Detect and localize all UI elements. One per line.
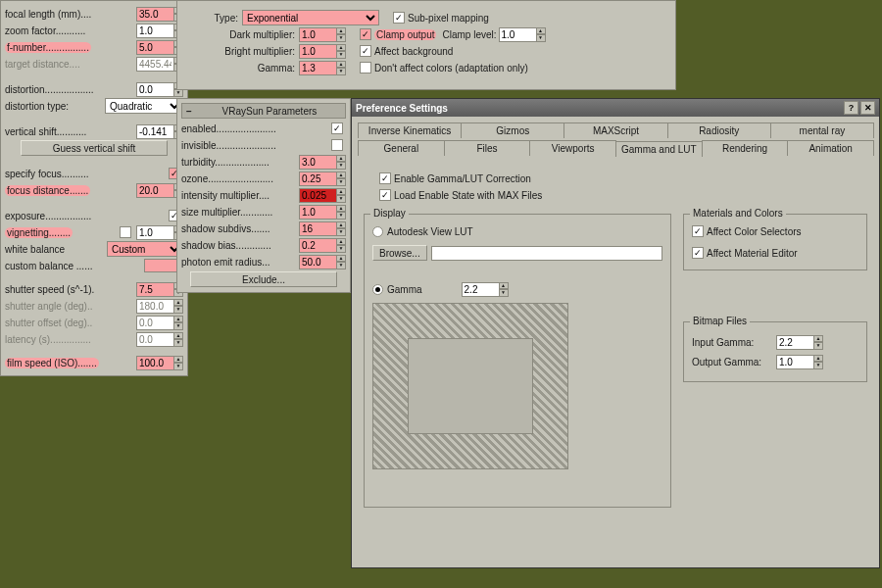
bitmap-legend: Bitmap Files — [690, 316, 750, 326]
lbl-subpixel: Sub-pixel mapping — [408, 13, 489, 24]
tab-general[interactable]: General — [358, 140, 445, 156]
lbl-bright-mult: Bright multiplier: — [187, 46, 295, 57]
lbl-vshift: vertical shift........... — [5, 126, 136, 137]
lbl-wb: white balance — [5, 244, 107, 255]
distortion-type-select[interactable]: Quadratic — [105, 98, 183, 114]
lbl-photon-radius: photon emit radius... — [181, 257, 299, 268]
bright-mult-field[interactable]: ▲▼ — [299, 44, 346, 59]
exclude-button[interactable]: Exclude... — [190, 271, 337, 287]
lbl-shadow-subdivs: shadow subdivs....... — [181, 223, 299, 234]
shutter-offset-field: ▲▼ — [136, 316, 183, 330]
color-map-type-select[interactable]: Exponential — [242, 10, 379, 25]
ozone-field[interactable]: ▲▼ — [299, 172, 346, 186]
lbl-dark-mult: Dark multiplier: — [187, 29, 295, 40]
lbl-affect-color-sel: Affect Color Selectors — [707, 226, 802, 237]
browse-button[interactable]: Browse... — [372, 245, 427, 261]
lbl-clamp-level: Clamp level: — [442, 29, 496, 40]
gamma-field[interactable]: ▲▼ — [299, 61, 346, 75]
output-gamma-field[interactable]: ▲▼ — [776, 355, 823, 369]
materials-legend: Materials and Colors — [690, 208, 786, 219]
tab-viewports[interactable]: Viewports — [529, 140, 616, 156]
gamma-preview — [372, 303, 568, 469]
display-gamma-field[interactable]: ▲▼ — [462, 282, 509, 297]
tab-files[interactable]: Files — [444, 140, 531, 156]
latency-field: ▲▼ — [136, 332, 183, 347]
lbl-sun-enabled: enabled...................... — [181, 123, 331, 134]
enable-gamma-check[interactable] — [379, 172, 391, 184]
tab-ik[interactable]: Inverse Kinematics — [358, 122, 462, 138]
lbl-cm-type: Type: — [187, 13, 238, 24]
turbidity-field[interactable]: ▲▼ — [299, 155, 346, 170]
close-icon[interactable]: ✕ — [860, 101, 875, 115]
lbl-display-gamma: Gamma — [387, 284, 422, 295]
sun-rollout-header[interactable]: −VRaySun Parameters — [181, 103, 346, 119]
clamp-level-field[interactable]: ▲▼ — [499, 27, 546, 42]
sun-enabled-check[interactable] — [331, 122, 343, 134]
lbl-sun-invisible: invisible...................... — [181, 140, 331, 151]
lbl-fnum: f-number................ — [5, 42, 136, 53]
lbl-shutter-offset: shutter offset (deg).. — [5, 318, 136, 328]
gamma-radio[interactable] — [372, 284, 383, 295]
tab-gizmos[interactable]: Gizmos — [461, 122, 564, 138]
affect-bg-check[interactable] — [360, 45, 371, 57]
pref-title: Preference Settings — [356, 103, 448, 114]
input-gamma-field[interactable]: ▲▼ — [776, 335, 823, 350]
dark-mult-field[interactable]: ▲▼ — [299, 27, 346, 42]
vignetting-check[interactable] — [120, 226, 131, 238]
film-speed-field[interactable]: ▲▼ — [136, 356, 183, 370]
lbl-vignetting: vignetting........ — [5, 227, 120, 238]
lbl-iso: film speed (ISO)....... — [5, 358, 136, 368]
white-balance-select[interactable]: Custom — [107, 241, 183, 257]
shadow-subdivs-field[interactable]: ▲▼ — [299, 221, 346, 236]
lbl-shadow-bias: shadow bias............. — [181, 240, 299, 251]
lbl-dist-type: distortion type: — [5, 101, 105, 112]
lbl-distortion: distortion.................. — [5, 84, 136, 95]
sun-title: VRaySun Parameters — [198, 106, 341, 117]
lbl-affect-bg: Affect background — [374, 46, 453, 57]
lbl-output-gamma: Output Gamma: — [692, 357, 776, 368]
lbl-size-mult: size multiplier............ — [181, 207, 299, 218]
sun-invisible-check[interactable] — [331, 139, 343, 151]
tab-maxscript[interactable]: MAXScript — [564, 122, 667, 138]
help-icon[interactable]: ? — [844, 101, 858, 115]
clamp-check[interactable] — [360, 28, 371, 40]
lbl-latency: latency (s)............... — [5, 334, 136, 345]
tab-radiosity[interactable]: Radiosity — [667, 122, 771, 138]
load-state-check[interactable] — [379, 189, 391, 201]
lbl-gamma: Gamma: — [187, 63, 295, 74]
affect-color-sel-check[interactable] — [692, 225, 704, 237]
lbl-input-gamma: Input Gamma: — [692, 337, 776, 348]
intensity-field[interactable]: ▲▼ — [299, 188, 346, 203]
affect-mat-editor-check[interactable] — [692, 247, 704, 259]
lbl-autodesk-lut: Autodesk View LUT — [387, 226, 473, 237]
photon-radius-field[interactable]: ▲▼ — [299, 255, 346, 270]
guess-vshift-button[interactable]: Guess vertical shift — [21, 140, 168, 156]
tab-gamma-lut[interactable]: Gamma and LUT — [615, 141, 703, 157]
dont-affect-check[interactable] — [360, 62, 371, 74]
lbl-dont-affect: Don't affect colors (adaptation only) — [374, 63, 528, 74]
lut-path-field[interactable] — [431, 246, 662, 261]
size-mult-field[interactable]: ▲▼ — [299, 205, 346, 220]
shutter-angle-field: ▲▼ — [136, 299, 183, 314]
lbl-focal: focal length (mm).... — [5, 9, 136, 20]
lbl-affect-mat-editor: Affect Material Editor — [707, 248, 798, 259]
lbl-clamp: Clamp output — [374, 29, 436, 40]
lbl-target: target distance.... — [5, 59, 136, 70]
lbl-focus-dist: focus distance....... — [5, 185, 136, 196]
shadow-bias-field[interactable]: ▲▼ — [299, 238, 346, 253]
subpixel-check[interactable] — [393, 12, 405, 24]
lbl-custom-bal: custom balance ...... — [5, 261, 144, 271]
pref-titlebar[interactable]: Preference Settings ? ✕ — [352, 99, 879, 117]
tab-rendering[interactable]: Rendering — [702, 140, 789, 156]
lbl-zoom: zoom factor........... — [5, 25, 136, 36]
lbl-shutter-angle: shutter angle (deg).. — [5, 301, 136, 312]
minus-icon: − — [186, 106, 192, 117]
display-legend: Display — [370, 208, 409, 219]
tab-animation[interactable]: Animation — [787, 140, 874, 156]
tab-mentalray[interactable]: mental ray — [770, 122, 874, 138]
lbl-shutter: shutter speed (s^-1). — [5, 284, 136, 295]
autodesk-lut-radio[interactable] — [372, 226, 383, 237]
lbl-intensity: intensity multiplier.... — [181, 190, 299, 201]
lbl-ozone: ozone........................ — [181, 173, 299, 184]
lbl-turbidity: turbidity.................... — [181, 157, 299, 168]
